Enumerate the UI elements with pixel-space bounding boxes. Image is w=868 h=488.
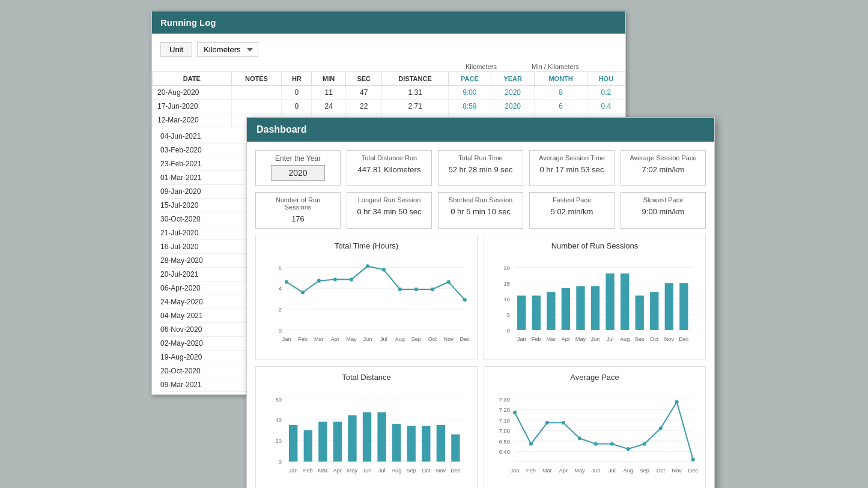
shortest-session-label: Shortest Run Session [445, 196, 517, 203]
run-sessions-svg: 20 15 10 5 0 [490, 255, 699, 354]
log-min: 11 [312, 86, 346, 100]
num-sessions-label: Number of Run Sessions [262, 196, 334, 211]
avg-session-time-label: Average Session Time [536, 154, 608, 161]
avg-session-pace-label: Average Session Pace [627, 154, 699, 161]
svg-rect-50 [636, 295, 644, 330]
svg-point-114 [562, 421, 565, 424]
total-time-title: Total Time (Hours) [262, 241, 471, 250]
svg-point-16 [414, 288, 418, 291]
col-date: DATE [153, 72, 232, 86]
svg-point-12 [350, 278, 353, 282]
log-min: 24 [312, 100, 346, 113]
svg-text:Nov: Nov [444, 336, 454, 342]
avg-session-pace-card: Average Session Pace 7:02 min/km [621, 150, 706, 186]
fastest-pace-label: Fastest Pace [536, 196, 608, 203]
longest-session-card: Longest Run Session 0 hr 34 min 50 sec [347, 192, 432, 229]
slowest-pace-label: Slowest Pace [627, 196, 699, 203]
stats-row-1: Enter the Year 2020 Total Distance Run 4… [255, 150, 706, 186]
svg-text:0: 0 [507, 328, 510, 334]
svg-text:May: May [346, 336, 357, 342]
svg-text:Mar: Mar [542, 468, 552, 474]
fastest-pace-card: Fastest Pace 5:02 min/km [529, 192, 615, 229]
svg-text:6: 6 [279, 265, 282, 271]
svg-rect-80 [377, 412, 386, 462]
unit-label: Unit [160, 42, 192, 57]
log-notes [231, 100, 282, 113]
svg-text:Aug: Aug [624, 468, 633, 474]
svg-text:Jan: Jan [511, 468, 520, 474]
svg-point-121 [675, 400, 679, 403]
svg-text:Aug: Aug [395, 336, 405, 342]
svg-point-14 [382, 268, 386, 271]
log-distance: 2.71 [382, 100, 448, 113]
total-distance-chart-title: Total Distance [262, 373, 471, 382]
svg-text:May: May [575, 336, 586, 342]
slowest-pace-card: Slowest Pace 9:00 min/km [621, 192, 706, 229]
svg-text:Mar: Mar [318, 468, 327, 474]
svg-text:Jun: Jun [363, 336, 372, 342]
svg-text:Feb: Feb [298, 336, 308, 342]
dashboard-title: Dashboard [247, 118, 714, 142]
svg-point-117 [610, 442, 614, 445]
svg-text:Jan: Jan [517, 336, 526, 342]
svg-text:4: 4 [279, 286, 282, 292]
svg-text:15: 15 [504, 281, 510, 287]
svg-text:Jun: Jun [591, 468, 600, 474]
total-run-time-value: 52 hr 28 min 9 sec [445, 165, 517, 174]
log-hr: 0 [282, 100, 312, 113]
svg-text:Sep: Sep [407, 468, 416, 474]
svg-rect-44 [547, 292, 555, 330]
svg-text:6:50: 6:50 [499, 439, 510, 445]
charts-row-1: Total Time (Hours) 6 4 2 0 [255, 235, 706, 360]
total-distance-card: Total Distance Run 447.81 Kilometers [347, 150, 432, 186]
svg-point-10 [317, 279, 321, 283]
svg-rect-83 [422, 426, 430, 461]
svg-text:Apr: Apr [559, 468, 568, 474]
log-hr: 0 [282, 86, 312, 100]
log-sec: 22 [346, 100, 382, 113]
col-hours: HOU [587, 72, 625, 86]
svg-text:Apr: Apr [562, 336, 570, 342]
total-distance-chart: Total Distance 60 40 20 0 [255, 366, 478, 488]
svg-rect-52 [665, 283, 673, 330]
total-distance-label: Total Distance Run [353, 154, 425, 161]
num-sessions-value: 176 [262, 214, 334, 223]
svg-rect-49 [621, 273, 629, 330]
svg-point-119 [643, 442, 646, 445]
total-run-time-label: Total Run Time [445, 154, 517, 161]
svg-point-17 [431, 288, 434, 291]
svg-text:Dec: Dec [460, 336, 470, 342]
svg-rect-76 [318, 421, 327, 461]
svg-text:Sep: Sep [635, 336, 645, 342]
svg-text:Jun: Jun [591, 336, 600, 342]
svg-rect-79 [363, 412, 371, 462]
total-time-chart: Total Time (Hours) 6 4 2 0 [255, 235, 478, 360]
log-pace: 9:00 [448, 86, 491, 100]
svg-text:0: 0 [279, 459, 282, 465]
year-input-card: Enter the Year 2020 [255, 150, 341, 186]
svg-text:Mar: Mar [314, 336, 324, 342]
year-value[interactable]: 2020 [271, 165, 325, 181]
svg-text:May: May [347, 468, 358, 474]
charts-row-2: Total Distance 60 40 20 0 [255, 366, 706, 488]
svg-rect-43 [532, 295, 541, 330]
svg-text:Jul: Jul [609, 468, 616, 474]
unit-select[interactable]: Kilometers Miles [197, 42, 258, 57]
avg-pace-chart: Average Pace 7:30 7:20 7:10 7: [484, 366, 706, 488]
col-month: MONTH [535, 72, 587, 86]
run-sessions-chart: Number of Run Sessions 20 15 10 5 0 [484, 235, 706, 360]
col-year: YEAR [491, 72, 534, 86]
log-table-row: 20-Aug-2020 0 11 47 1.31 9:00 2020 8 0.2 [153, 86, 625, 100]
svg-text:Feb: Feb [526, 468, 536, 474]
avg-session-time-card: Average Session Time 0 hr 17 min 53 sec [529, 150, 615, 186]
log-year: 2020 [491, 100, 534, 113]
svg-text:20: 20 [504, 265, 510, 271]
svg-point-112 [529, 442, 533, 445]
svg-text:20: 20 [276, 438, 282, 444]
svg-text:Nov: Nov [672, 468, 682, 474]
svg-rect-77 [333, 421, 342, 461]
svg-text:Aug: Aug [392, 468, 401, 474]
svg-point-111 [513, 411, 517, 414]
log-distance: 1.31 [382, 86, 448, 100]
col-sec: SEC [346, 72, 382, 86]
